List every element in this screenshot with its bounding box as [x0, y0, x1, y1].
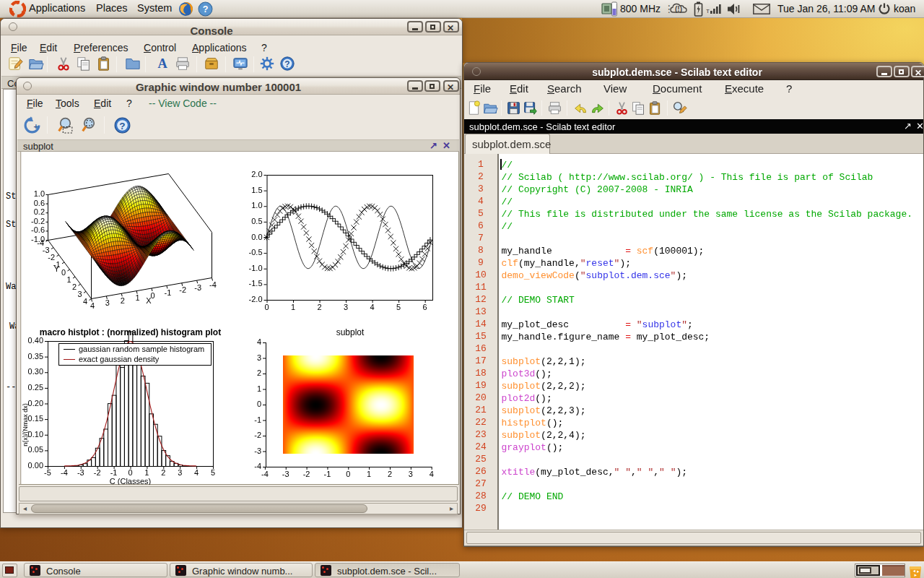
svg-text:T: T: [706, 8, 710, 14]
svg-text:?: ?: [203, 4, 209, 14]
svg-text:?: ?: [284, 59, 289, 69]
svg-text:(!): (!): [675, 5, 682, 13]
svg-text:?: ?: [119, 121, 125, 131]
svg-text:A: A: [157, 56, 167, 71]
svg-text:+: +: [34, 122, 39, 131]
